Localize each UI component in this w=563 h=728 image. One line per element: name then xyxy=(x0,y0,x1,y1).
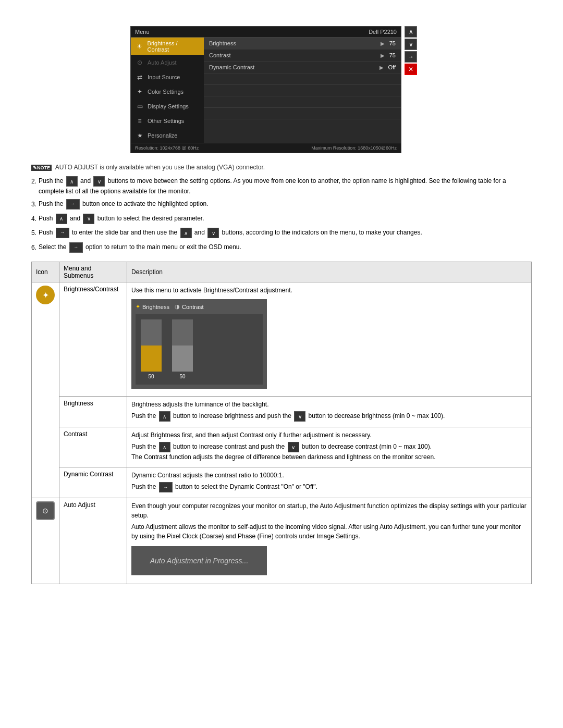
brightness-arrow: ▶ xyxy=(381,41,385,46)
bc-tab-contrast: ◑ Contrast xyxy=(175,303,204,310)
step-3-number: 3. xyxy=(31,199,36,211)
other-settings-icon: ≡ xyxy=(135,116,144,126)
sidebar-item-display-settings[interactable]: ▭ Display Settings xyxy=(131,99,204,114)
bc-sun-icon: ✦ xyxy=(136,303,140,310)
sidebar-item-color-settings[interactable]: ✦ Color Settings xyxy=(131,84,204,99)
bc-half-icon: ◑ xyxy=(175,303,180,310)
submenu-bc: Brightness/Contrast xyxy=(59,282,127,397)
bc-brightness-track xyxy=(141,319,162,372)
up-arrow-inline: ∧ xyxy=(66,176,78,187)
auto-icon: ⊙ xyxy=(36,501,55,520)
osd-title-left: Menu xyxy=(135,29,150,35)
auto-adj-preview: Auto Adjustment in Progress... xyxy=(131,546,267,575)
auto-adj-text: Auto Adjustment in Progress... xyxy=(150,557,249,565)
down-btn-bright: ∨ xyxy=(294,411,305,422)
sidebar-label-aa: Auto Adjust xyxy=(148,59,177,66)
osd-controls: ∧ ∨ → ✕ xyxy=(405,26,417,75)
bc-sliders: 50 50 xyxy=(136,314,263,385)
brightness-instruction: Push the ∧ button to increase brightness… xyxy=(131,411,527,422)
sidebar-label-bc: Brightness / Contrast xyxy=(148,40,200,53)
dynamic-contrast-arrow: ▶ xyxy=(380,65,384,70)
dc-desc-2: Push the → button to select the Dynamic … xyxy=(131,482,527,492)
bc-contrast-tab-label: Contrast xyxy=(182,304,204,310)
display-settings-icon: ▭ xyxy=(135,102,144,111)
sidebar-item-other-settings[interactable]: ≡ Other Settings xyxy=(131,114,204,128)
bc-preview: ✦ Brightness ◑ Contrast xyxy=(131,299,267,389)
enter-inline-1: → xyxy=(66,199,80,209)
up-arrow-inline-3: ∧ xyxy=(180,228,192,238)
up-btn-bright: ∧ xyxy=(159,411,170,422)
col-icon: Icon xyxy=(32,262,59,282)
osd-row-brightness[interactable]: Brightness ▶ 75 xyxy=(204,38,401,50)
sidebar-item-personalize[interactable]: ★ Personalize xyxy=(131,128,204,143)
sun-icon: ✦ xyxy=(36,286,55,304)
icon-cell-bc: ✦ xyxy=(32,282,59,498)
table-row-dynamic-contrast: Dynamic Contrast Dynamic Contrast adjust… xyxy=(32,467,532,498)
step-5-number: 5. xyxy=(31,228,36,239)
down-arrow-inline-2: ∨ xyxy=(83,214,94,224)
osd-row-contrast[interactable]: Contrast ▶ 75 xyxy=(204,50,401,61)
bc-contrast-slider: 50 xyxy=(172,319,193,379)
up-arrow-inline-2: ∧ xyxy=(56,214,67,224)
aa-desc-2: Auto Adjustment allows the monitor to se… xyxy=(131,522,527,541)
bc-preview-header: ✦ Brightness ◑ Contrast xyxy=(136,303,263,310)
step-4: 4. Push ∧ and ∨ button to select the des… xyxy=(31,214,532,225)
step-5: 5. Push → to enter the slide bar and the… xyxy=(31,228,532,239)
sidebar-label-cs: Color Settings xyxy=(148,89,183,95)
step-2: 2. Push the ∧ and ∨ buttons to move betw… xyxy=(31,176,532,196)
brightness-icon: ☀ xyxy=(135,42,144,51)
up-button[interactable]: ∧ xyxy=(405,26,417,38)
down-button[interactable]: ∨ xyxy=(405,39,417,50)
brightness-desc: Brightness adjusts the luminance of the … xyxy=(131,400,527,409)
sidebar-label-pe: Personalize xyxy=(148,132,177,139)
footer-max-resolution: Maximum Resolution: 1680x1050@60Hz xyxy=(311,145,397,151)
down-btn-contrast: ∨ xyxy=(288,442,299,452)
bc-contrast-track xyxy=(172,319,193,372)
step-4-text: Push ∧ and ∨ button to select the desire… xyxy=(39,214,532,224)
enter-btn-dc: → xyxy=(159,482,173,492)
step-2-text: Push the ∧ and ∨ buttons to move between… xyxy=(39,176,532,196)
bc-brightness-value: 50 xyxy=(148,374,154,379)
osd-content: Brightness ▶ 75 Contrast ▶ 75 Dynamic Co… xyxy=(204,38,401,143)
osd-body: ☀ Brightness / Contrast ⊙ Auto Adjust ⇄ … xyxy=(131,38,401,143)
osd-row-dynamic-contrast[interactable]: Dynamic Contrast ▶ Off xyxy=(204,61,401,73)
bc-contrast-fill xyxy=(172,346,193,372)
icon-cell-auto: ⊙ xyxy=(32,498,59,584)
enter-inline-2: → xyxy=(56,228,69,238)
color-settings-icon: ✦ xyxy=(135,87,144,96)
enter-button[interactable]: → xyxy=(405,51,417,63)
sidebar-item-input-source[interactable]: ⇄ Input Source xyxy=(131,70,204,84)
enter-inline-3: → xyxy=(69,242,83,253)
contrast-label: Contrast xyxy=(209,52,378,58)
contrast-value: 75 xyxy=(389,52,396,58)
bc-tab-brightness: ✦ Brightness xyxy=(136,303,169,310)
dc-desc-1: Dynamic Contrast adjusts the contrast ra… xyxy=(131,471,527,480)
submenu-brightness: Brightness xyxy=(59,397,127,427)
desc-contrast: Adjust Brightness first, and then adjust… xyxy=(127,427,532,467)
desc-brightness: Brightness adjusts the luminance of the … xyxy=(127,397,532,427)
exit-button[interactable]: ✕ xyxy=(405,64,417,75)
osd-menu: Menu Dell P2210 ☀ Brightness / Contrast … xyxy=(130,26,401,153)
up-btn-contrast: ∧ xyxy=(159,442,170,452)
osd-footer: Resolution: 1024x768 @ 60Hz Maximum Reso… xyxy=(131,143,401,153)
sidebar-item-auto-adjust[interactable]: ⊙ Auto Adjust xyxy=(131,55,204,70)
note-icon: ✎NOTE xyxy=(31,165,52,171)
auto-adjust-icon: ⊙ xyxy=(135,58,144,67)
bc-brightness-tab-label: Brightness xyxy=(142,304,169,310)
step-4-number: 4. xyxy=(31,214,36,225)
sidebar-item-brightness-contrast[interactable]: ☀ Brightness / Contrast xyxy=(131,38,204,55)
step-6-text: Select the → option to return to the mai… xyxy=(39,242,532,253)
brightness-label: Brightness xyxy=(209,40,378,46)
aa-desc-1: Even though your computer recognizes you… xyxy=(131,501,527,520)
sidebar-label-ds: Display Settings xyxy=(148,103,189,109)
step-6-number: 6. xyxy=(31,242,36,254)
step-2-number: 2. xyxy=(31,176,36,188)
step-6: 6. Select the → option to return to the … xyxy=(31,242,532,254)
input-source-icon: ⇄ xyxy=(135,72,144,82)
osd-sidebar: ☀ Brightness / Contrast ⊙ Auto Adjust ⇄ … xyxy=(131,38,204,143)
submenu-contrast: Contrast xyxy=(59,427,127,467)
sidebar-label-os: Other Settings xyxy=(148,118,184,124)
contrast-desc-2: Push the ∧ button to increase contrast a… xyxy=(131,442,527,462)
dynamic-contrast-label: Dynamic Contrast xyxy=(209,64,377,70)
col-menu: Menu and Submenus xyxy=(59,262,127,282)
